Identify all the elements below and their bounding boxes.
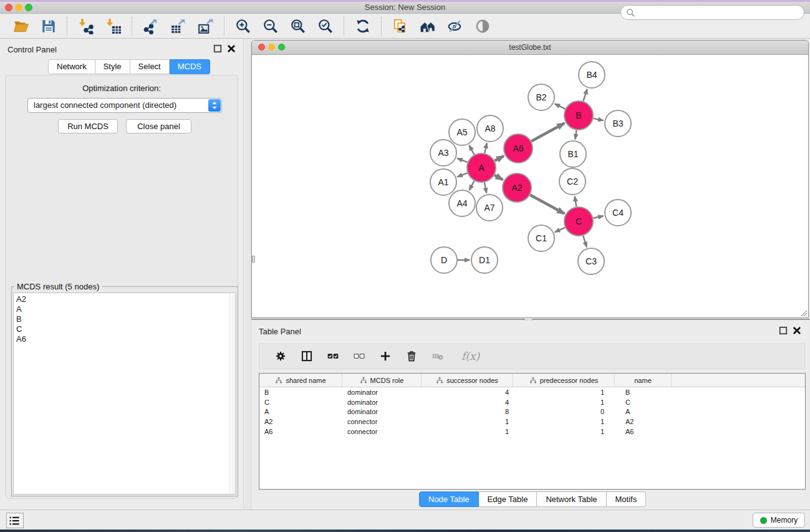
table-cell[interactable]: B (615, 389, 672, 396)
copy-network-button[interactable] (392, 17, 409, 35)
column-header-shared-name[interactable]: shared name (259, 374, 342, 387)
node-B2[interactable]: B2 (528, 84, 554, 110)
result-item[interactable]: A (14, 304, 236, 314)
table-cell[interactable]: C (259, 399, 342, 406)
close-panel-icon[interactable] (227, 44, 236, 53)
network-window-titlebar[interactable]: testGlobe.txt (252, 41, 808, 55)
select-all-rows-button[interactable] (325, 349, 340, 364)
search-box[interactable] (620, 5, 804, 20)
table-cell[interactable]: 8 (422, 408, 513, 415)
export-network-button[interactable] (142, 17, 160, 35)
edge-B-B4[interactable] (583, 89, 587, 101)
table-cell[interactable]: 4 (422, 389, 513, 396)
table-cell[interactable]: 1 (513, 399, 615, 406)
table-cell[interactable]: connector (342, 428, 422, 435)
horizontal-divider[interactable] (251, 319, 810, 320)
result-item[interactable]: C (14, 324, 236, 334)
table-row[interactable]: A6connector11A6 (259, 427, 805, 437)
zoom-fit-button[interactable] (289, 17, 307, 35)
table-cell[interactable]: 1 (422, 418, 513, 425)
home-button[interactable] (419, 17, 436, 35)
split-columns-button[interactable] (299, 349, 314, 364)
tab-select[interactable]: Select (130, 59, 170, 74)
float-panel-icon[interactable] (213, 44, 222, 53)
result-scrollbar[interactable] (229, 293, 236, 494)
table-row[interactable]: Cdominator41C (259, 397, 805, 407)
table-row[interactable]: Bdominator41B (259, 387, 805, 397)
result-item[interactable]: A6 (14, 334, 236, 344)
import-table-button[interactable] (105, 17, 122, 35)
tab-motifs[interactable]: Motifs (607, 491, 647, 507)
table-cell[interactable]: A6 (615, 428, 672, 435)
edge-B-B1[interactable] (575, 130, 576, 139)
column-header-MCDS-role[interactable]: MCDS role (342, 374, 422, 387)
node-A6[interactable]: A6 (504, 134, 533, 163)
table-cell[interactable]: A2 (615, 418, 672, 425)
tab-network-table[interactable]: Network Table (537, 491, 606, 507)
edge-A2-C[interactable] (530, 195, 564, 213)
close-table-panel-icon[interactable] (793, 326, 801, 335)
node-A2[interactable]: A2 (503, 173, 531, 202)
table-cell[interactable]: 0 (513, 408, 615, 415)
save-session-button[interactable] (40, 17, 57, 35)
window-resize-grip[interactable] (801, 310, 808, 317)
table-cell[interactable]: A (259, 408, 342, 415)
edge-A6-B[interactable] (531, 123, 564, 141)
edge-A-A5[interactable] (469, 145, 474, 155)
edge-A-A3[interactable] (457, 158, 467, 162)
table-cell[interactable]: dominator (342, 399, 422, 406)
tab-node-table[interactable]: Node Table (419, 491, 479, 507)
edge-C-C2[interactable] (575, 196, 577, 207)
table-cell[interactable]: C (615, 399, 672, 406)
node-A8[interactable]: A8 (477, 115, 503, 142)
hide-details-button[interactable] (446, 17, 464, 35)
deselect-all-rows-button[interactable] (352, 349, 367, 364)
node-C3[interactable]: C3 (578, 248, 604, 274)
tab-style[interactable]: Style (95, 59, 130, 74)
node-A5[interactable]: A5 (449, 119, 475, 145)
table-cell[interactable]: A2 (259, 418, 342, 425)
table-cell[interactable]: B (259, 389, 342, 396)
table-cell[interactable]: connector (342, 418, 422, 425)
node-C1[interactable]: C1 (528, 225, 554, 251)
node-D1[interactable]: D1 (471, 247, 498, 273)
panel-divider[interactable] (243, 39, 251, 510)
node-B1[interactable]: B1 (560, 141, 586, 167)
node-B3[interactable]: B3 (605, 110, 631, 137)
edge-C-C3[interactable] (583, 236, 587, 247)
result-item[interactable]: A2 (14, 294, 236, 304)
column-header-predecessor-nodes[interactable]: predecessor nodes (513, 374, 615, 387)
search-input[interactable] (639, 6, 800, 20)
node-A1[interactable]: A1 (430, 169, 456, 195)
node-D[interactable]: D (431, 247, 457, 273)
node-A7[interactable]: A7 (476, 195, 503, 221)
show-details-button[interactable] (474, 17, 491, 35)
open-session-button[interactable] (12, 17, 30, 35)
delete-rows-button[interactable] (404, 349, 419, 364)
edge-C-C1[interactable] (555, 228, 565, 232)
mcds-result-list[interactable]: A2ABCA6 (13, 293, 236, 495)
export-image-button[interactable] (197, 17, 215, 35)
zoom-in-button[interactable] (234, 17, 252, 35)
table-cell[interactable]: 1 (513, 418, 615, 425)
edge-B-B3[interactable] (594, 118, 604, 120)
table-cell[interactable]: dominator (342, 408, 422, 415)
close-panel-button[interactable]: Close panel (126, 119, 191, 133)
network-canvas[interactable]: B4B2BB3A8A5A6A3B1AA1C2A2A4A7C4CC1C3DD1 (252, 55, 808, 317)
node-C2[interactable]: C2 (559, 168, 586, 195)
add-row-button[interactable] (378, 349, 393, 364)
edge-A-A4[interactable] (469, 181, 474, 190)
tab-mcds[interactable]: MCDS (170, 59, 210, 74)
table-cell[interactable]: 1 (513, 428, 615, 435)
export-table-button[interactable] (170, 17, 187, 35)
table-settings-button[interactable] (273, 349, 288, 364)
node-table[interactable]: shared nameMCDS rolesuccessor nodesprede… (259, 373, 806, 490)
node-C[interactable]: C (564, 207, 593, 236)
table-cell[interactable]: A (615, 408, 672, 415)
table-cell[interactable]: 1 (422, 428, 513, 435)
edge-B-B2[interactable] (555, 104, 566, 109)
column-header-successor-nodes[interactable]: successor nodes (422, 374, 513, 387)
node-A4[interactable]: A4 (449, 190, 475, 216)
table-row[interactable]: Adominator80A (259, 407, 805, 417)
node-A3[interactable]: A3 (430, 140, 456, 166)
